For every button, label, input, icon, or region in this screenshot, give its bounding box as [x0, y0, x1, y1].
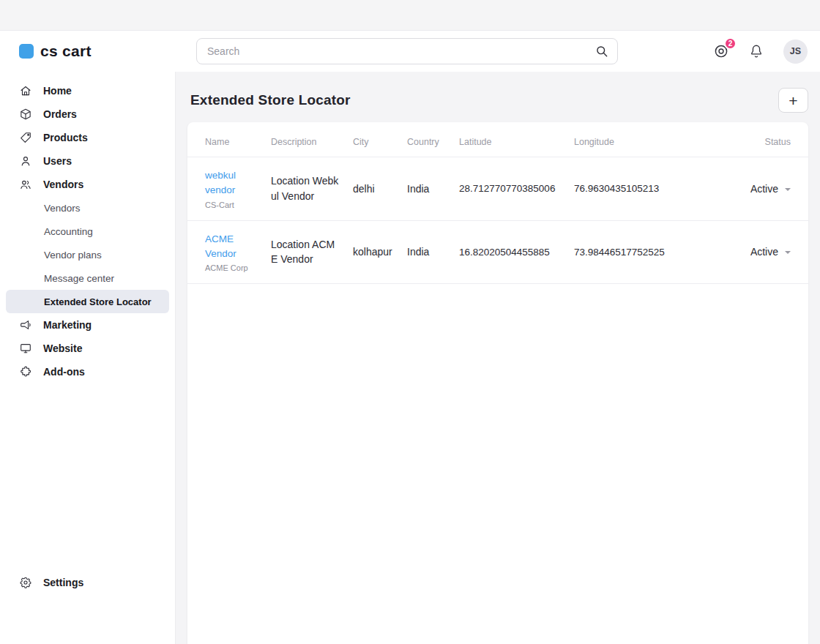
- avatar[interactable]: JS: [783, 40, 808, 64]
- table-row: ACME Vendor ACME Corp Location ACME Vend…: [187, 220, 808, 284]
- column-header-country: Country: [401, 122, 453, 157]
- sidebar-item-label: Orders: [43, 108, 77, 120]
- cell-city: kolhapur: [347, 220, 401, 284]
- cell-city: delhi: [347, 157, 401, 221]
- cell-latitude: 28.712770770385006: [453, 157, 568, 221]
- sidebar-item-products[interactable]: Products: [0, 126, 175, 149]
- column-header-status: Status: [701, 122, 808, 157]
- sidebar-item-users[interactable]: Users: [0, 149, 175, 173]
- sidebar-subitem-label: Extended Store Locator: [44, 296, 152, 307]
- sidebar-subitem-label: Accounting: [44, 226, 93, 237]
- sidebar-item-label: Website: [43, 342, 82, 354]
- cell-description: Location Webkul Vendor: [265, 157, 347, 221]
- vendor-name-link[interactable]: webkul vendor: [205, 168, 259, 198]
- logo-text: cs cart: [40, 42, 92, 60]
- sidebar-item-label: Settings: [43, 577, 83, 588]
- sidebar-item-addons[interactable]: Add-ons: [0, 360, 175, 383]
- page-header: Extended Store Locator +: [190, 88, 808, 113]
- sidebar-item-orders[interactable]: Orders: [0, 102, 175, 126]
- app-root: cs cart 2 JS: [0, 0, 820, 644]
- sidebar-item-label: Home: [43, 85, 72, 97]
- add-store-button[interactable]: +: [778, 88, 808, 113]
- sidebar-subitem-vendor-plans[interactable]: Vendor plans: [0, 243, 175, 266]
- status-dropdown[interactable]: Active: [750, 183, 791, 195]
- vendor-company: CS-Cart: [205, 201, 259, 209]
- table-header-row: Name Description City Country Latitude L…: [187, 122, 808, 157]
- sidebar-item-label: Products: [43, 132, 88, 143]
- sidebar: Home Orders Products: [0, 72, 176, 644]
- sidebar-item-label: Marketing: [43, 319, 92, 331]
- cell-longitude: 76.9630435105213: [568, 157, 701, 221]
- vendor-company: ACME Corp: [205, 263, 259, 272]
- help-icon[interactable]: 2: [713, 43, 729, 59]
- sidebar-subitem-accounting[interactable]: Accounting: [0, 220, 175, 243]
- sidebar-item-label: Vendors: [43, 179, 83, 190]
- column-header-city: City: [347, 122, 401, 157]
- cell-longitude: 73.98446517752525: [568, 220, 701, 284]
- search-icon[interactable]: [594, 44, 609, 59]
- monitor-icon: [19, 342, 32, 355]
- column-header-name: Name: [187, 122, 265, 157]
- sidebar-subitem-extended-store-locator[interactable]: Extended Store Locator: [6, 290, 169, 313]
- puzzle-icon: [19, 365, 32, 378]
- sidebar-subitem-message-center[interactable]: Message center: [0, 266, 175, 290]
- column-header-longitude: Longitude: [568, 122, 701, 157]
- cell-name: webkul vendor CS-Cart: [187, 157, 265, 221]
- page-title: Extended Store Locator: [190, 92, 351, 108]
- status-value: Active: [750, 183, 778, 195]
- main-content: Extended Store Locator + Name Descriptio…: [176, 72, 820, 644]
- sidebar-item-vendors[interactable]: Vendors: [0, 173, 175, 196]
- sidebar-item-marketing[interactable]: Marketing: [0, 313, 175, 337]
- store-locator-card: Name Description City Country Latitude L…: [187, 122, 808, 644]
- bell-icon[interactable]: [748, 43, 764, 59]
- top-strip: [0, 0, 820, 31]
- header-actions: 2 JS: [713, 40, 820, 64]
- user-icon: [19, 154, 32, 168]
- sidebar-subitem-label: Vendors: [44, 203, 81, 214]
- vendor-name-link[interactable]: ACME Vendor: [205, 232, 259, 262]
- sidebar-item-label: Add-ons: [43, 366, 85, 378]
- sidebar-item-website[interactable]: Website: [0, 337, 175, 360]
- sidebar-subitem-label: Vendor plans: [44, 250, 102, 261]
- vendors-icon: [19, 178, 32, 191]
- app-shell: Home Orders Products: [0, 72, 820, 644]
- tag-icon: [19, 131, 32, 144]
- home-icon: [19, 84, 32, 97]
- cell-country: India: [401, 157, 453, 221]
- sidebar-spacer: [0, 383, 175, 571]
- caret-down-icon: [785, 251, 791, 254]
- megaphone-icon: [19, 318, 32, 332]
- caret-down-icon: [785, 188, 791, 191]
- cell-country: India: [401, 220, 453, 284]
- sidebar-item-settings[interactable]: Settings: [0, 571, 175, 594]
- cell-status: Active: [701, 157, 808, 221]
- table-row: webkul vendor CS-Cart Location Webkul Ve…: [187, 157, 808, 221]
- gear-icon: [19, 576, 32, 589]
- cell-status: Active: [701, 220, 808, 284]
- column-header-description: Description: [265, 122, 347, 157]
- notification-badge: 2: [724, 37, 737, 50]
- orders-icon: [19, 108, 32, 121]
- sidebar-item-label: Users: [43, 155, 72, 167]
- search-bar: [196, 38, 618, 64]
- column-header-latitude: Latitude: [453, 122, 568, 157]
- sidebar-item-home[interactable]: Home: [0, 79, 175, 102]
- sidebar-subitem-label: Message center: [44, 273, 114, 284]
- search-input[interactable]: [196, 38, 618, 64]
- cell-name: ACME Vendor ACME Corp: [187, 220, 265, 284]
- header: cs cart 2 JS: [0, 31, 820, 72]
- cscart-logo[interactable]: cs cart: [0, 42, 176, 60]
- cell-description: Location ACME Vendor: [265, 220, 347, 284]
- status-dropdown[interactable]: Active: [750, 246, 791, 258]
- store-locator-table: Name Description City Country Latitude L…: [187, 122, 808, 284]
- cell-latitude: 16.82020504455885: [453, 220, 568, 284]
- cscart-logo-icon: [19, 44, 34, 59]
- status-value: Active: [750, 246, 778, 258]
- sidebar-subitem-vendors[interactable]: Vendors: [0, 196, 175, 220]
